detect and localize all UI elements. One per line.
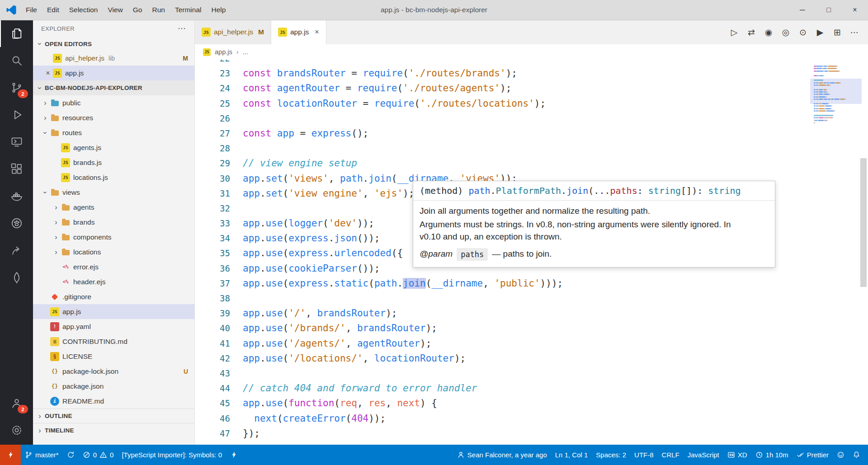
tree-item-gitignore[interactable]: ›.gitignore bbox=[33, 289, 194, 304]
activity-source-control[interactable]: 2 bbox=[0, 74, 33, 101]
tree-item-app-yaml[interactable]: ›!app.yaml bbox=[33, 319, 194, 334]
tree-item-agents[interactable]: ›agents bbox=[33, 200, 194, 215]
activity-explorer[interactable] bbox=[0, 20, 33, 47]
status-eol[interactable]: CRLF bbox=[658, 445, 684, 465]
remote-indicator[interactable] bbox=[0, 445, 21, 465]
tab-app-js[interactable]: JSapp.js× bbox=[271, 20, 326, 44]
menu-selection[interactable]: Selection bbox=[64, 0, 103, 20]
tree-item-resources[interactable]: ›resources bbox=[33, 110, 194, 125]
record-toggle-icon[interactable]: ◉ bbox=[760, 24, 777, 40]
activity-remote-explorer[interactable] bbox=[0, 128, 33, 155]
section-timeline[interactable]: › TIMELINE bbox=[33, 423, 194, 437]
menu-view[interactable]: View bbox=[103, 0, 127, 20]
file-label: views bbox=[62, 188, 80, 197]
status-cursor-position[interactable]: Ln 1, Col 1 bbox=[551, 445, 592, 465]
tree-item-error-ejs[interactable]: ›<%error.ejs bbox=[33, 259, 194, 274]
tree-item-header-ejs[interactable]: ›<%header.ejs bbox=[33, 274, 194, 289]
chevron-icon[interactable]: › bbox=[51, 248, 61, 256]
split-editor-icon[interactable]: ⊞ bbox=[829, 24, 845, 40]
section-project-root[interactable]: › BC-BM-NODEJS-API-EXPLORER bbox=[33, 80, 194, 95]
tree-item-locations[interactable]: ›locations bbox=[33, 244, 194, 259]
open-editor-app-js[interactable]: ×JSapp.js bbox=[33, 66, 194, 80]
breadcrumb-item[interactable]: app.js bbox=[215, 48, 232, 56]
more-actions-icon[interactable]: ⋯ bbox=[846, 24, 863, 40]
more-actions-icon[interactable]: ⋯ bbox=[178, 23, 186, 33]
status-xd[interactable]: XD bbox=[723, 445, 751, 465]
code-editor[interactable]: 2223const brandsRouter = require('./rout… bbox=[195, 60, 868, 445]
activity-mongodb[interactable] bbox=[0, 264, 33, 291]
chevron-icon[interactable]: › bbox=[51, 233, 61, 241]
status-time-tracker[interactable]: 1h 10m bbox=[751, 445, 793, 465]
activity-accounts[interactable]: 2 bbox=[0, 390, 33, 417]
open-editor-api-helper-js[interactable]: JSapi_helper.jslibM bbox=[33, 51, 194, 66]
chevron-icon[interactable]: › bbox=[40, 114, 50, 122]
tree-item-package-lock-json[interactable]: ›{}package-lock.jsonU bbox=[33, 364, 194, 379]
status-ts-importer[interactable]: [TypeScript Importer]: Symbols: 0 bbox=[118, 445, 226, 465]
tree-item-brands[interactable]: ›brands bbox=[33, 215, 194, 230]
status-commit-info[interactable]: Sean Falconer, a year ago bbox=[453, 445, 551, 465]
menu-terminal[interactable]: Terminal bbox=[170, 0, 207, 20]
tree-item-public[interactable]: ›public bbox=[33, 95, 194, 110]
minimize-button[interactable]: ─ bbox=[789, 0, 816, 20]
status-language[interactable]: JavaScript bbox=[684, 445, 723, 465]
tree-item-brands-js[interactable]: ›JSbrands.js bbox=[33, 155, 194, 170]
tree-item-routes[interactable]: ›routes bbox=[33, 125, 194, 140]
tree-item-agents-js[interactable]: ›JSagents.js bbox=[33, 140, 194, 155]
section-outline[interactable]: › OUTLINE bbox=[33, 409, 194, 423]
status-problems[interactable]: 00 bbox=[79, 445, 118, 465]
status-git-branch[interactable]: master* bbox=[21, 445, 63, 465]
minimap[interactable] bbox=[814, 63, 857, 127]
code-line: 45app.use(function(req, res, next) { bbox=[195, 396, 809, 411]
status-prettier[interactable]: Prettier bbox=[793, 445, 833, 465]
open-changes-icon[interactable]: ⇄ bbox=[743, 24, 760, 40]
run-all-icon[interactable]: ▶ bbox=[812, 24, 828, 40]
menu-run[interactable]: Run bbox=[147, 0, 170, 20]
activity-extensions[interactable] bbox=[0, 155, 33, 183]
menu-file[interactable]: File bbox=[21, 0, 42, 20]
menu-go[interactable]: Go bbox=[128, 0, 147, 20]
section-open-editors[interactable]: › OPEN EDITORS bbox=[33, 37, 194, 51]
target-toggle-icon[interactable]: ◎ bbox=[778, 24, 794, 40]
close-tab-icon[interactable]: × bbox=[315, 28, 319, 36]
activity-settings[interactable] bbox=[0, 417, 33, 444]
chevron-icon[interactable]: › bbox=[41, 188, 49, 197]
activity-run-and-debug[interactable] bbox=[0, 101, 33, 128]
breadcrumb-item-more[interactable]: ... bbox=[243, 48, 248, 56]
tree-item-contributing-md[interactable]: ›≡CONTRIBUTING.md bbox=[33, 334, 194, 349]
activity-share[interactable] bbox=[0, 237, 33, 264]
dot-toggle-icon[interactable]: ⊙ bbox=[795, 24, 811, 40]
chevron-icon[interactable]: › bbox=[41, 128, 49, 138]
chevron-icon[interactable]: › bbox=[51, 203, 61, 211]
status-encoding[interactable]: UTF-8 bbox=[630, 445, 658, 465]
tree-item-components[interactable]: ›components bbox=[33, 230, 194, 244]
scrollbar-thumb[interactable] bbox=[860, 158, 867, 287]
close-editor-icon[interactable]: × bbox=[43, 69, 53, 77]
tree-item-views[interactable]: ›views bbox=[33, 185, 194, 200]
status-notifications[interactable] bbox=[849, 445, 864, 465]
person-icon bbox=[457, 451, 465, 459]
status-indentation[interactable]: Spaces: 2 bbox=[592, 445, 630, 465]
maximize-button[interactable]: □ bbox=[816, 0, 842, 20]
activity-docker[interactable] bbox=[0, 183, 33, 210]
tree-item-app-js[interactable]: ›JSapp.js bbox=[33, 304, 194, 319]
run-icon[interactable]: ▷ bbox=[726, 24, 742, 40]
status-sync[interactable] bbox=[63, 445, 79, 465]
close-window-button[interactable]: × bbox=[842, 0, 868, 20]
status-feedback[interactable] bbox=[833, 445, 849, 465]
tree-item-readme-md[interactable]: ›iREADME.md bbox=[33, 394, 194, 409]
js-file-icon: JS bbox=[278, 28, 287, 37]
scrollbar[interactable] bbox=[859, 60, 868, 445]
tree-item-package-json[interactable]: ›{}package.json bbox=[33, 379, 194, 394]
activity-paw[interactable] bbox=[0, 210, 33, 237]
chevron-icon[interactable]: › bbox=[40, 99, 50, 107]
status-quick-action[interactable] bbox=[226, 445, 242, 465]
menu-help[interactable]: Help bbox=[207, 0, 231, 20]
git-status-badge: U bbox=[184, 368, 188, 375]
tab-api-helper-js[interactable]: JSapi_helper.jsM bbox=[195, 20, 271, 44]
tree-item-license[interactable]: ›§LICENSE bbox=[33, 349, 194, 364]
tree-item-locations-js[interactable]: ›JSlocations.js bbox=[33, 170, 194, 185]
activity-search[interactable] bbox=[0, 47, 33, 74]
menu-edit[interactable]: Edit bbox=[42, 0, 64, 20]
breadcrumb[interactable]: JS app.js › ... bbox=[195, 44, 868, 60]
chevron-icon[interactable]: › bbox=[51, 218, 61, 226]
